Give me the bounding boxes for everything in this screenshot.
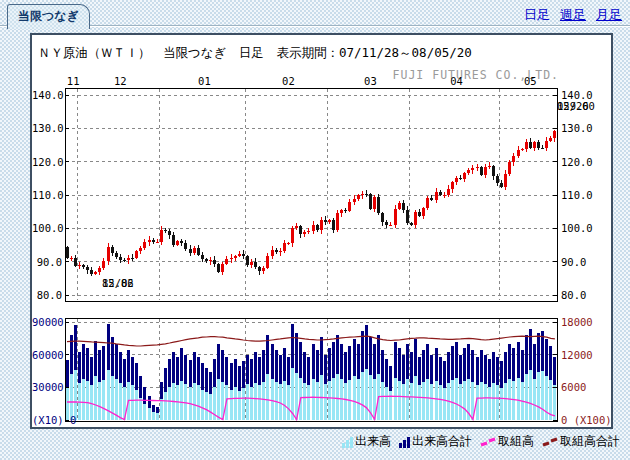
- volume-bars-icon: [342, 436, 353, 448]
- month-label: 01: [192, 75, 216, 87]
- price-tick-label-right: 120.0: [561, 157, 593, 168]
- nav-monthly-link[interactable]: 月足: [596, 6, 622, 24]
- nav-daily-link[interactable]: 日足: [524, 6, 550, 24]
- price-tick-label-right: 100.0: [561, 223, 593, 234]
- price-tick-label-right: 130.0: [561, 123, 593, 134]
- price-tick-label-left: 80.0: [32, 290, 62, 301]
- line-swatch: [542, 436, 558, 448]
- price-tick-label-right: 140.0: [561, 90, 593, 101]
- price-tick-label-left: 140.0: [32, 90, 62, 101]
- legend-item-volume-total: 出来高合計: [399, 435, 472, 448]
- tab-front-month-continuous[interactable]: 当限つなぎ: [7, 4, 90, 29]
- volume-total-bars: [66, 324, 557, 420]
- volume-tick-label-right: 18000: [561, 317, 593, 328]
- price-tick-label-left: 90.0: [32, 257, 62, 268]
- price-tick-label-right: 90.0: [561, 257, 586, 268]
- volume-tick-label-left: 90000: [32, 317, 62, 328]
- line-swatch: [480, 436, 496, 448]
- legend-label: 出来高合計: [412, 435, 472, 448]
- month-label: 03: [358, 75, 382, 87]
- legend-label: 出来高: [355, 435, 391, 448]
- volume-tick-label-left: 60000: [32, 350, 62, 361]
- month-label: 02: [276, 75, 300, 87]
- page-background: { "tab_label": "当限つなぎ", "nav": { "daily"…: [0, 0, 630, 460]
- price-tick-label-left: 110.0: [32, 190, 62, 201]
- nav-weekly-link[interactable]: 週足: [560, 6, 586, 24]
- price-tick-label-left: 130.0: [32, 123, 62, 134]
- high-annotation-value: 129.60: [557, 101, 595, 112]
- legend-label: 取組高合計: [560, 435, 620, 448]
- month-label: 04: [445, 75, 469, 87]
- low-annotation-value: 85.82: [102, 278, 134, 289]
- volume-tick-label-right: 6000: [561, 382, 586, 393]
- legend-item-open-interest-total: 取組高合計: [542, 435, 620, 448]
- price-tick-label-right: 110.0: [561, 190, 593, 201]
- legend-item-open-interest: 取組高: [480, 435, 534, 448]
- volume-total-bars-icon: [399, 436, 410, 448]
- legend-label: 取組高: [498, 435, 534, 448]
- candlesticks: [66, 130, 557, 276]
- month-label: 11: [61, 75, 85, 87]
- price-tick-label-left: 100.0: [32, 223, 62, 234]
- price-tick-label-left: 120.0: [32, 157, 62, 168]
- candlestick-volume-chart: [32, 35, 611, 427]
- chart-legend: 出来高 出来高合計 取組高 取組高合計: [342, 435, 620, 448]
- volume-tick-label-right: 0 (X100): [561, 415, 612, 426]
- top-divider: [0, 25, 630, 27]
- volume-tick-label-left: 30000: [32, 382, 62, 393]
- legend-item-volume: 出来高: [342, 435, 391, 448]
- volume-tick-label-right: 12000: [561, 350, 593, 361]
- volume-tick-label-left: (X10) 0: [32, 415, 62, 426]
- open-interest-total-line-icon: [542, 436, 558, 448]
- volume-front-bars: [66, 368, 557, 420]
- month-label: 12: [108, 75, 132, 87]
- chart-panel: ＮＹ原油（ＷＴＩ） 当限つなぎ 日足 表示期間：07/11/28～08/05/2…: [30, 33, 613, 429]
- price-tick-label-right: 80.0: [561, 290, 586, 301]
- month-label: 05: [518, 75, 542, 87]
- timeframe-nav: 日足 週足 月足: [524, 6, 622, 24]
- axes: [65, 88, 557, 421]
- open-interest-line-icon: [480, 436, 496, 448]
